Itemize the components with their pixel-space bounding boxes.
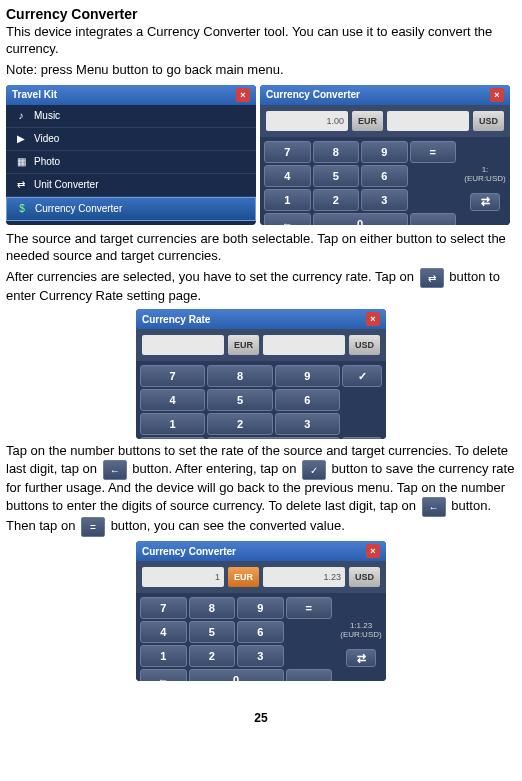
menu-list: ♪ Music ▶ Video ▦ Photo ⇄ Unit Converter… (6, 105, 256, 221)
back-icon: ← (422, 497, 446, 517)
key-equals: = (286, 597, 333, 619)
source-value: 1.00 (266, 111, 348, 131)
key-4: 4 (140, 389, 205, 411)
key-8: 8 (189, 597, 236, 619)
key-0: 0 (207, 437, 340, 439)
key-3: 3 (361, 189, 408, 211)
para-rate-setting: After currencies are selected, you have … (6, 268, 516, 305)
titlebar: Currency Converter × (136, 541, 386, 561)
back-icon: ← (103, 460, 127, 480)
key-4: 4 (264, 165, 311, 187)
target-currency-button: USD (349, 567, 380, 587)
key-0: 0 (189, 669, 284, 681)
key-7: 7 (140, 365, 205, 387)
key-0: 0 (313, 213, 408, 225)
key-8: 8 (207, 365, 272, 387)
key-3: 3 (275, 413, 340, 435)
equals-icon: = (81, 517, 105, 537)
key-5: 5 (313, 165, 360, 187)
keypad: 7 8 9 ✓ 4 5 6 1 2 3 ← 0 . (136, 361, 386, 439)
rate-sub: (EUR:USD) (340, 630, 381, 639)
key-1: 1 (140, 413, 205, 435)
key-4: 4 (140, 621, 187, 643)
rate-side-panel: 1:1.23 (EUR:USD) ⇄ (336, 593, 386, 681)
close-icon: × (366, 544, 380, 558)
rate-body: 7 8 9 ✓ 4 5 6 1 2 3 ← 0 . (136, 361, 386, 439)
video-icon: ▶ (14, 132, 28, 146)
key-2: 2 (313, 189, 360, 211)
key-9: 9 (361, 141, 408, 163)
travel-kit-screenshot: Travel Kit × ♪ Music ▶ Video ▦ Photo ⇄ U… (6, 85, 256, 225)
key-6: 6 (275, 389, 340, 411)
currency-rate-screenshot: Currency Rate × EUR USD 7 8 9 ✓ 4 5 6 1 … (136, 309, 386, 439)
key-9: 9 (275, 365, 340, 387)
rate-top-row: EUR USD (136, 329, 386, 361)
menu-item-music: ♪ Music (6, 105, 256, 128)
menu-item-photo: ▦ Photo (6, 151, 256, 174)
rate-value: 1: (482, 165, 489, 174)
menu-item-unit-converter: ⇄ Unit Converter (6, 174, 256, 197)
key-2: 2 (207, 413, 272, 435)
para-keypad-usage: Tap on the number buttons to set the rat… (6, 443, 516, 537)
keypad: 7 8 9 = 4 5 6 1 2 3 ← 0 . (136, 593, 336, 681)
menu-label: Video (34, 133, 59, 144)
converter-body: 7 8 9 = 4 5 6 1 2 3 ← 0 . 1: (EUR:USD) ⇄ (260, 137, 510, 225)
menu-item-currency-converter: $ Currency Converter (6, 197, 256, 221)
key-dot: . (342, 437, 382, 439)
key-save: ✓ (342, 365, 382, 387)
result-body: 7 8 9 = 4 5 6 1 2 3 ← 0 . 1:1.23 (EUR:US… (136, 593, 386, 681)
source-currency-button: EUR (228, 335, 259, 355)
key-back: ← (140, 437, 205, 439)
key-dot: . (286, 669, 333, 681)
menu-label: Unit Converter (34, 179, 98, 190)
keypad: 7 8 9 = 4 5 6 1 2 3 ← 0 . (260, 137, 460, 225)
titlebar-label: Travel Kit (12, 89, 57, 100)
text: button, you can see the converted value. (111, 519, 345, 534)
music-icon: ♪ (14, 109, 28, 123)
page-title: Currency Converter (6, 6, 516, 22)
menu-label: Photo (34, 156, 60, 167)
key-1: 1 (264, 189, 311, 211)
titlebar: Travel Kit × (6, 85, 256, 105)
save-icon: ✓ (302, 460, 326, 480)
rate-edit-icon: ⇄ (346, 649, 376, 667)
key-equals: = (410, 141, 457, 163)
text: After currencies are selected, you have … (6, 270, 418, 285)
key-5: 5 (189, 621, 236, 643)
close-icon: × (490, 88, 504, 102)
target-rate-value (263, 335, 345, 355)
key-1: 1 (140, 645, 187, 667)
close-icon: × (236, 88, 250, 102)
source-currency-button: EUR (352, 111, 383, 131)
currency-converter-screenshot: Currency Converter × 1.00 EUR USD 7 8 9 … (260, 85, 510, 225)
screenshot-row-1: Travel Kit × ♪ Music ▶ Video ▦ Photo ⇄ U… (6, 85, 516, 225)
key-7: 7 (140, 597, 187, 619)
key-back: ← (140, 669, 187, 681)
source-currency-button: EUR (228, 567, 259, 587)
titlebar-label: Currency Rate (142, 314, 210, 325)
rate-value: 1:1.23 (350, 621, 372, 630)
photo-icon: ▦ (14, 155, 28, 169)
intro-text: This device integrates a Currency Conver… (6, 24, 516, 58)
key-6: 6 (361, 165, 408, 187)
key-2: 2 (189, 645, 236, 667)
converter-result-screenshot: Currency Converter × 1 EUR 1.23 USD 7 8 … (136, 541, 386, 681)
menu-label: Currency Converter (35, 203, 122, 214)
source-rate-value (142, 335, 224, 355)
target-currency-button: USD (473, 111, 504, 131)
key-8: 8 (313, 141, 360, 163)
titlebar-label: Currency Converter (142, 546, 236, 557)
rate-side-panel: 1: (EUR:USD) ⇄ (460, 137, 510, 225)
currency-top-row: 1.00 EUR USD (260, 105, 510, 137)
text: button. After entering, tap on (132, 462, 300, 477)
target-value (387, 111, 469, 131)
key-7: 7 (264, 141, 311, 163)
key-9: 9 (237, 597, 284, 619)
source-value: 1 (142, 567, 224, 587)
currency-converter-icon: $ (15, 202, 29, 216)
menu-label: Music (34, 110, 60, 121)
unit-converter-icon: ⇄ (14, 178, 28, 192)
key-back: ← (264, 213, 311, 225)
key-6: 6 (237, 621, 284, 643)
target-currency-button: USD (349, 335, 380, 355)
